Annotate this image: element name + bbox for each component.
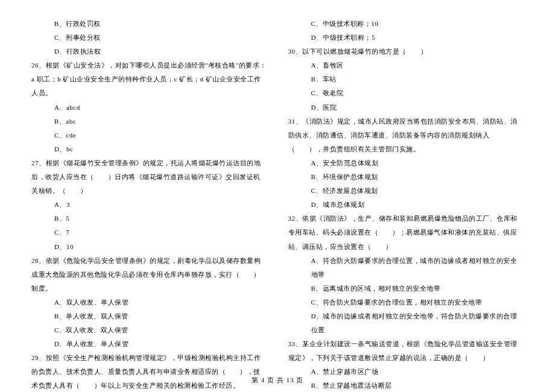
- q28-opt-b: B、单人收发、双人保管: [31, 309, 267, 323]
- q28-text: 28、依据《危险化学品安全管理条例》的规定，剧毒化学品以及储存数量构成重大危险源…: [31, 254, 267, 296]
- q27-opt-a: A、3: [31, 198, 267, 212]
- q26-text: 26、根据《矿山安全法》，对如下哪些人员提出必须经营"考核合格"的要求：a 职工…: [31, 58, 267, 100]
- q32-text: 32、依据《消防法》，生产、储存和装卸易燃易爆危险物品的工厂、仓库和专用车站、码…: [288, 212, 524, 253]
- q29-text: 29、按照《安全生产检测检验机构管理规定》，甲级检测检验机构主持工作的负责人、技…: [31, 351, 267, 392]
- q30-text: 30、以下可以燃放烟花爆竹的地方是（ ）: [288, 45, 524, 58]
- q27-opt-b: B、5: [31, 212, 267, 226]
- q33-text: 33、某企业计划建设一条气输送管道，根据《危险化学品管道输送安全管理规定》，下列…: [288, 337, 524, 365]
- q25-opt-d: D、行政执法权: [31, 45, 267, 58]
- q32-opt-a: A、符合防火防爆要求的合理位置，城市的边缘或者相对独立的安全地带: [288, 254, 524, 282]
- left-column: B、行政处罚权 C、刑事处分权 D、行政执法权 26、根据《矿山安全法》，对如下…: [31, 17, 267, 392]
- q31-text: 31、《消防法》规定，城市人民政府应当将包括消防安全布局、消防站、消防供水、消防…: [288, 115, 524, 156]
- q31-opt-d: D、城市总体规划: [288, 198, 524, 212]
- q30-opt-a: A、畜牧区: [288, 58, 524, 72]
- q30-opt-b: B、车站: [288, 72, 524, 86]
- q28-opt-d: D、单人收发、单人保管: [31, 337, 267, 351]
- q29-opt-d: D、中级技术职称；5: [288, 31, 524, 45]
- right-column: C、中级技术职称；10 D、中级技术职称；5 30、以下可以燃放烟花爆竹的地方是…: [288, 17, 524, 392]
- q25-opt-b: B、行政处罚权: [31, 17, 267, 31]
- q26-opt-b: B、abc: [31, 115, 267, 128]
- q27-text: 27、根据《烟花爆竹安全管理条例》的规定，托运人将烟花爆竹运达目的地后，收货人应…: [31, 156, 267, 198]
- q26-opt-d: D、bc: [31, 142, 267, 156]
- q26-opt-c: C、cde: [31, 128, 267, 142]
- q32-opt-d: D、城市的边缘或者相对独立的安全地带，符合防火防爆要求的合理位置: [288, 309, 524, 337]
- q26-opt-a: A、abcd: [31, 101, 267, 115]
- q25-opt-c: C、刑事处分权: [31, 31, 267, 45]
- q27-opt-c: C、7: [31, 226, 267, 239]
- q32-opt-b: B、远离城市的区域，相对独立的安全地带: [288, 282, 524, 296]
- q32-opt-c: C、符合防火防爆要求的合理位置，相对独立的安全地带: [288, 296, 524, 309]
- q28-opt-c: C、双人收发、双人保管: [31, 323, 267, 337]
- q30-opt-c: C、敬老院: [288, 86, 524, 100]
- q30-opt-d: D、医院: [288, 101, 524, 115]
- q29-opt-c: C、中级技术职称；10: [288, 17, 524, 31]
- q28-opt-a: A、双人收发、单人保管: [31, 296, 267, 309]
- q31-opt-a: A、安全防范总体规划: [288, 156, 524, 170]
- q27-opt-d: D、10: [31, 240, 267, 254]
- q31-opt-b: B、环境保护总体规划: [288, 170, 524, 184]
- q31-opt-c: C、经济发展总体规划: [288, 184, 524, 198]
- page-footer: 第 4 页 共 13 页: [0, 376, 555, 385]
